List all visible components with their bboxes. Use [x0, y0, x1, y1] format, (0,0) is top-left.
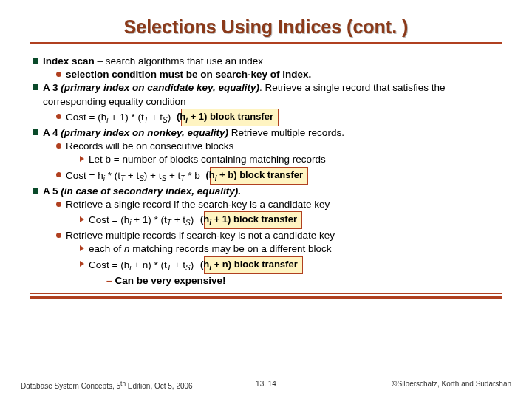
a5-each-n: each of n matching records may be on a d… [80, 242, 510, 256]
page-title: Selections Using Indices (cont. ) [0, 0, 532, 42]
dot-bullet-icon [56, 202, 61, 207]
sub-selection-condition: selection condition must be on search-ke… [56, 68, 510, 81]
bullet-a5: A 5 (in case of secondary index, equalit… [33, 185, 510, 198]
square-bullet-icon [33, 188, 38, 194]
a4-badge: (hi + b) block transfer [210, 167, 308, 185]
triangle-bullet-icon [80, 216, 84, 222]
bullet-a3: A 3 (primary index on candidate key, equ… [33, 81, 510, 108]
square-bullet-icon [33, 84, 38, 90]
a5-expensive: –Can be very expensive! [103, 274, 510, 287]
triangle-bullet-icon [80, 261, 84, 267]
a3-cost-line: Cost = (hi + 1) * (tT + tS) (hi + 1) blo… [56, 109, 510, 126]
top-divider [30, 42, 502, 47]
a5-cost2: Cost = (hi + n) * (tT + tS) (hi + n) blo… [80, 256, 510, 274]
dot-bullet-icon [56, 72, 61, 77]
a5-multi: Retrieve multiple records if search-key … [56, 229, 510, 242]
square-bullet-icon [33, 129, 38, 135]
bullet-index-scan: Index scan – search algorithms that use … [33, 55, 510, 68]
triangle-bullet-icon [80, 156, 84, 162]
a5-badge2: (hi + n) block transfer [204, 256, 303, 274]
a4-cost-line: Cost = hi * (tT + tS) + tS + tT * b (hi … [56, 167, 510, 185]
dot-bullet-icon [56, 172, 61, 177]
a5-single: Retrieve a single record if the search-k… [56, 198, 510, 211]
dot-bullet-icon [56, 114, 61, 119]
footer-right: ©Silberschatz, Korth and Sudarshan [392, 380, 511, 388]
bottom-divider [30, 293, 502, 299]
dash-bullet-icon: – [106, 275, 112, 286]
triangle-bullet-icon [80, 245, 84, 251]
dot-bullet-icon [56, 233, 61, 238]
slide-body: Index scan – search algorithms that use … [22, 55, 510, 287]
a3-badge: (hi + 1) block transfer [181, 109, 279, 126]
footer-center: 13. 14 [256, 380, 276, 388]
square-bullet-icon [33, 58, 38, 64]
a5-cost1: Cost = (hi + 1) * (tT + tS) (hi + 1) blo… [80, 211, 510, 229]
a5-badge1: (hi + 1) block transfer [204, 211, 302, 229]
footer-left: Database System Concepts, 5th Edition, O… [21, 380, 193, 390]
bullet-a4: A 4 (primary index on nonkey, equality) … [33, 126, 510, 140]
a4-records: Records will be on consecutive blocks [56, 140, 510, 153]
a4-let-b: Let b = number of blocks containing matc… [80, 153, 510, 166]
dot-bullet-icon [56, 143, 61, 149]
